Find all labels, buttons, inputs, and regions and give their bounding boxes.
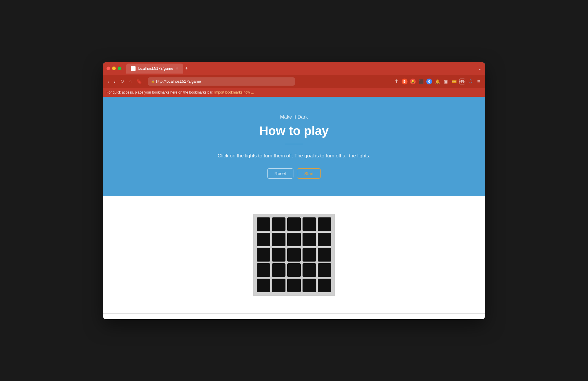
- address-bar[interactable]: 🔒 http://localhost:5173/game: [148, 77, 295, 86]
- new-tab-button[interactable]: +: [185, 65, 188, 71]
- maximize-button[interactable]: [118, 66, 121, 70]
- divider: [285, 144, 303, 144]
- minimize-button[interactable]: [112, 66, 116, 70]
- game-description: Click on the lights to turn them off. Th…: [206, 153, 382, 159]
- grid-cell[interactable]: [272, 248, 285, 262]
- brave-icon[interactable]: B: [402, 79, 407, 84]
- grid-cell[interactable]: [287, 217, 301, 231]
- address-text: http://localhost:5173/game: [156, 79, 201, 84]
- vpn-icon[interactable]: VPN: [459, 79, 465, 84]
- page-footer: [103, 313, 485, 319]
- game-grid: [257, 217, 331, 292]
- back-button[interactable]: ‹: [106, 78, 110, 85]
- grid-cell[interactable]: [303, 233, 316, 246]
- game-subtitle: Make It Dark: [109, 114, 479, 120]
- grid-cell[interactable]: [287, 248, 301, 262]
- grid-cell[interactable]: [318, 233, 331, 246]
- game-title: How to play: [109, 124, 479, 138]
- layers-icon[interactable]: ⬡: [467, 79, 473, 84]
- grid-cell[interactable]: [287, 263, 301, 277]
- tab-favicon: [131, 66, 136, 71]
- nav-icons-right: ⬆ B 🔔 ⬛ G 🔔 ▣ 💳 VPN ⬡ ≡: [393, 79, 482, 84]
- reload-button[interactable]: ↻: [119, 77, 125, 85]
- grid-cell[interactable]: [257, 279, 270, 292]
- grid-cell[interactable]: [272, 263, 285, 277]
- bookmarks-bar: For quick access, place your bookmarks h…: [103, 88, 485, 97]
- extension-icon-1[interactable]: ⬛: [418, 79, 424, 84]
- bell-icon[interactable]: 🔔: [435, 79, 440, 84]
- game-grid-container: [253, 214, 335, 296]
- grid-cell[interactable]: [318, 263, 331, 277]
- browser-window: localhost:5173/game ✕ + ⌄ ‹ › ↻ ⌂ 🔖 🔒 ht…: [103, 62, 485, 319]
- grid-cell[interactable]: [272, 217, 285, 231]
- active-tab[interactable]: localhost:5173/game ✕: [126, 64, 183, 74]
- menu-icon[interactable]: ≡: [476, 79, 482, 84]
- grid-cell[interactable]: [318, 217, 331, 231]
- window-chevron: ⌄: [478, 66, 482, 71]
- grid-cell[interactable]: [303, 263, 316, 277]
- grid-cell[interactable]: [303, 248, 316, 262]
- grid-cell[interactable]: [287, 233, 301, 246]
- reset-button[interactable]: Reset: [267, 168, 293, 179]
- notification-icon[interactable]: 🔔: [410, 79, 416, 84]
- grid-cell[interactable]: [272, 233, 285, 246]
- tab-close-icon[interactable]: ✕: [176, 66, 178, 71]
- tab-title: localhost:5173/game: [138, 66, 173, 71]
- page-content: Make It Dark How to play Click on the li…: [103, 97, 485, 319]
- google-icon[interactable]: G: [426, 79, 432, 84]
- grid-cell[interactable]: [303, 279, 316, 292]
- grid-cell[interactable]: [318, 279, 331, 292]
- address-value: http://localhost:5173/game: [156, 79, 201, 84]
- grid-cell[interactable]: [257, 248, 270, 262]
- title-bar: localhost:5173/game ✕ + ⌄: [103, 62, 485, 75]
- grid-cell[interactable]: [303, 217, 316, 231]
- grid-cell[interactable]: [272, 279, 285, 292]
- grid-cell[interactable]: [287, 279, 301, 292]
- grid-cell[interactable]: [257, 263, 270, 277]
- grid-cell[interactable]: [318, 248, 331, 262]
- close-button[interactable]: [106, 66, 110, 70]
- bookmarks-text: For quick access, place your bookmarks h…: [106, 90, 213, 94]
- share-icon[interactable]: ⬆: [393, 79, 399, 84]
- start-button[interactable]: Start: [297, 168, 321, 179]
- grid-cell[interactable]: [257, 217, 270, 231]
- sidebar-icon[interactable]: ▣: [443, 79, 449, 84]
- bookmark-button[interactable]: 🔖: [135, 77, 143, 85]
- forward-button[interactable]: ›: [113, 78, 116, 85]
- button-group: Reset Start: [109, 168, 479, 179]
- home-button[interactable]: ⌂: [128, 78, 133, 85]
- import-bookmarks-link[interactable]: Import bookmarks now ...: [214, 90, 254, 94]
- hero-section: Make It Dark How to play Click on the li…: [103, 97, 485, 196]
- lock-icon: 🔒: [151, 79, 155, 83]
- traffic-lights: [106, 66, 121, 70]
- tab-bar: localhost:5173/game ✕ +: [126, 64, 475, 74]
- game-section: [103, 196, 485, 313]
- nav-bar: ‹ › ↻ ⌂ 🔖 🔒 http://localhost:5173/game ⬆…: [103, 75, 485, 88]
- grid-cell[interactable]: [257, 233, 270, 246]
- wallet-icon[interactable]: 💳: [451, 79, 457, 84]
